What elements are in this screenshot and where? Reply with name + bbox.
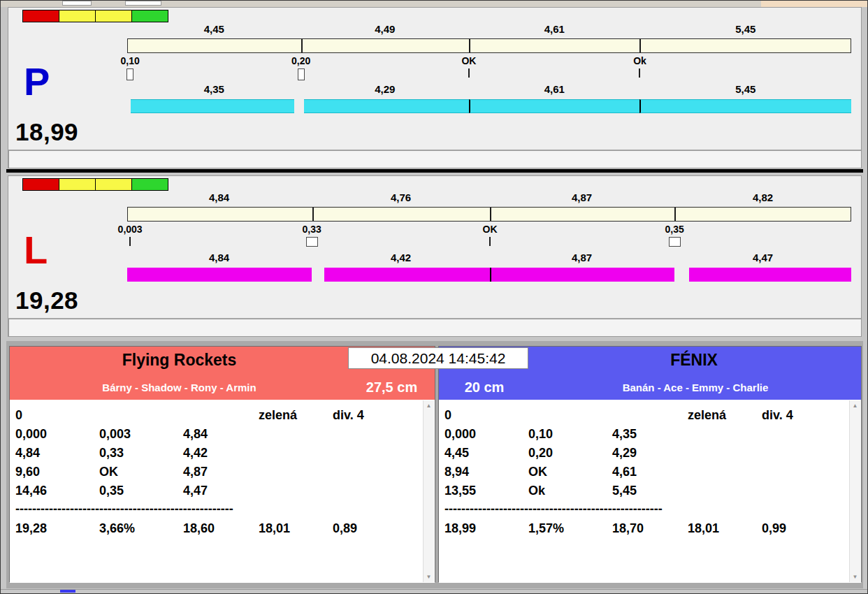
scrollbar[interactable]: ▲ ▼ (423, 400, 434, 582)
table-cell: 0,10 (528, 425, 612, 444)
table-cell: 4,84 (183, 425, 259, 444)
crossing-label: Ok (633, 55, 646, 67)
bar-divider (674, 208, 676, 221)
crossing-label: OK (483, 224, 498, 236)
table-row: 0,000 0,10 4,35 (444, 425, 861, 444)
table-cell: 18,01 (259, 519, 333, 538)
dog-names: Bárny - Shadow - Rony - Armin (10, 382, 349, 393)
table-cell: 1,57% (528, 519, 612, 538)
fault-checkbox[interactable] (669, 237, 681, 247)
crossing-label: OK (461, 55, 476, 67)
table-cell: 0,20 (528, 444, 612, 463)
crossing-label: 0,20 (291, 55, 310, 67)
time-bar-bottom (127, 268, 851, 282)
table-cell: 8,94 (444, 463, 528, 481)
timestamp: 04.08.2024 14:45:42 (348, 347, 528, 369)
table-cell: 4,35 (612, 425, 688, 444)
table-header-row: 0 zelená div. 4 (444, 406, 861, 425)
scrollbar[interactable]: ▲ ▼ (849, 400, 860, 582)
fault-checkbox[interactable] (306, 237, 318, 247)
table-row: 4,45 0,20 4,29 (444, 444, 861, 463)
crossing-marker: 0,003 (106, 224, 154, 246)
indicator-green (131, 10, 168, 22)
split-times-bottom: 4,84 4,42 4,87 4,47 (127, 252, 851, 264)
split-time: 4,87 (572, 191, 592, 203)
table-cell: 0,003 (99, 425, 183, 444)
window-tab[interactable] (125, 1, 161, 6)
table-row: 9,60 OK 4,87 (15, 463, 435, 481)
split-time: 4,47 (753, 252, 773, 263)
bar-divider (312, 208, 314, 221)
results-text-area: 0 zelená div. 4 0,000 0,003 4,84 4,84 0,… (10, 400, 435, 583)
bar-segment (131, 99, 294, 113)
crossing-marker: OK (465, 224, 514, 246)
table-cell: 0,99 (762, 519, 861, 538)
bar-segment (324, 268, 490, 282)
window-tab[interactable] (62, 1, 92, 6)
table-cell: 5,45 (612, 481, 688, 500)
table-cell: Ok (528, 481, 612, 500)
table-cell: 14,46 (15, 481, 99, 500)
time-bar-top (127, 207, 851, 222)
app-window: P 4,45 4,49 4,61 5,45 0,10 0,20 (0, 0, 868, 594)
split-time: 4,82 (753, 191, 773, 203)
split-time: 4,29 (375, 83, 395, 95)
table-cell: 0,33 (99, 444, 183, 463)
split-time: 4,42 (391, 252, 411, 263)
panel-divider (6, 169, 863, 173)
table-cell: 4,45 (444, 444, 528, 463)
table-cell: 4,42 (183, 444, 259, 463)
table-cell: 3,66% (99, 519, 183, 538)
table-cell: 18,99 (444, 519, 528, 538)
panel-footer-strip (8, 150, 861, 168)
scroll-down-icon[interactable]: ▼ (424, 572, 434, 582)
table-cell: 4,29 (612, 444, 688, 463)
taskbar-item[interactable] (60, 590, 75, 593)
table-cell: 19,28 (15, 519, 99, 538)
table-cell: zelená (259, 406, 333, 425)
dog-names: Banán - Ace - Emmy - Charlie (530, 382, 861, 393)
crossing-marker: OK (444, 55, 493, 78)
bar-segment (469, 99, 639, 113)
table-row: 4,84 0,33 4,42 (15, 444, 435, 463)
team-panel-left: Flying Rockets Bárny - Shadow - Rony - A… (9, 346, 435, 582)
table-cell: OK (528, 463, 612, 481)
results-text-area: 0 zelená div. 4 0,000 0,10 4,35 4,45 0,2… (439, 400, 861, 583)
table-cell: 9,60 (15, 463, 99, 481)
crossing-marker: 0,35 (650, 224, 699, 247)
split-time: 4,84 (209, 191, 229, 203)
table-row: 8,94 OK 4,61 (444, 463, 861, 481)
table-totals-row: 19,28 3,66% 18,60 18,01 0,89 (15, 519, 435, 538)
split-time: 4,61 (544, 83, 565, 95)
crossing-label: 0,10 (121, 55, 140, 67)
lane-total-time: 18,99 (15, 118, 78, 146)
bar-segment (304, 99, 469, 113)
indicator-green (131, 178, 168, 191)
split-times-top: 4,84 4,76 4,87 4,82 (127, 191, 851, 204)
desktop-corner (761, 1, 867, 7)
jump-height: 20 cm (439, 379, 530, 396)
table-cell: 13,55 (444, 481, 528, 500)
table-header-row: 0 zelená div. 4 (15, 406, 435, 425)
crossing-marker: 0,20 (277, 55, 326, 80)
timing-track: 4,45 4,49 4,61 5,45 0,10 0,20 OK (127, 23, 851, 135)
fault-checkbox[interactable] (126, 68, 133, 80)
crossing-marker: Ok (615, 55, 664, 78)
bar-segment (689, 268, 851, 282)
table-cell (99, 406, 183, 425)
table-cell: zelená (688, 406, 762, 425)
indicator-yellow-1 (59, 178, 96, 191)
table-totals-row: 18,99 1,57% 18,70 18,01 0,99 (444, 519, 861, 538)
table-row: 0,000 0,003 4,84 (15, 425, 435, 444)
split-time: 4,49 (375, 23, 395, 35)
scroll-down-icon[interactable]: ▼ (850, 572, 860, 582)
scroll-up-icon[interactable]: ▲ (424, 400, 434, 411)
lane-letter: P (24, 62, 50, 101)
fault-checkbox[interactable] (298, 68, 305, 80)
indicator-yellow-2 (95, 178, 132, 191)
table-cell: 4,47 (183, 481, 259, 500)
table-cell (528, 406, 612, 425)
scroll-up-icon[interactable]: ▲ (850, 400, 860, 411)
bar-segment (127, 268, 312, 282)
split-times-bottom: 4,35 4,29 4,61 5,45 (127, 83, 851, 96)
